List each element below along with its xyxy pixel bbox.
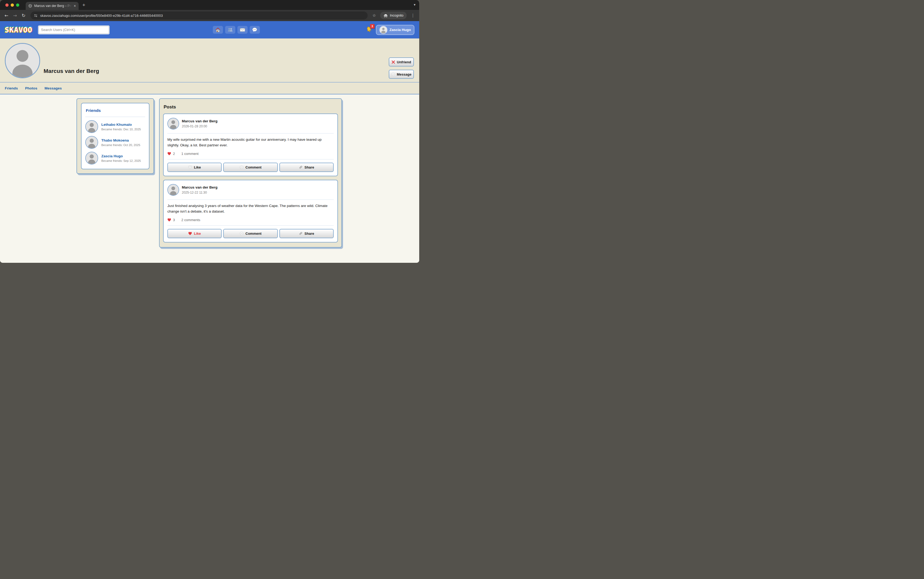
divider — [167, 133, 334, 134]
share-button[interactable]: Share — [279, 163, 334, 172]
like-button[interactable]: Like — [167, 229, 222, 238]
comment-button[interactable]: Comment — [223, 229, 277, 238]
friend-name-link[interactable]: Zascia Hugo — [101, 154, 141, 158]
maximize-window-button[interactable] — [16, 3, 19, 7]
message-button[interactable]: Message — [389, 70, 414, 79]
post-timestamp: 2026-01-28 20:00 — [182, 124, 218, 128]
comment-count[interactable]: 1 comment — [181, 152, 199, 156]
comment-label: Comment — [245, 165, 261, 169]
incognito-badge: Incognito — [380, 12, 407, 19]
post-card: Marcus van der Berg 2026-01-28 20:00 My … — [163, 113, 338, 176]
chat-button[interactable] — [250, 26, 260, 34]
browser-menu-icon[interactable]: ⋮ — [411, 13, 415, 18]
notification-count-badge: 3 — [370, 24, 374, 29]
mail-icon — [240, 28, 245, 32]
traffic-lights — [5, 3, 19, 7]
notifications-button[interactable]: 3 — [366, 26, 372, 34]
avatar — [167, 118, 179, 129]
link-icon — [299, 232, 303, 235]
unfriend-label: Unfriend — [397, 60, 411, 64]
forward-button[interactable]: → — [11, 13, 19, 18]
tab-messages[interactable]: Messages — [45, 86, 62, 90]
like-label: Like — [194, 232, 201, 236]
post-actions: Like Comment — [167, 163, 334, 172]
post-card: Marcus van der Berg 2025-12-22 11:30 Jus… — [163, 180, 338, 242]
heart-outline-icon — [188, 165, 192, 169]
minimize-window-button[interactable] — [11, 3, 14, 7]
bookmark-star-icon[interactable]: ☆ — [373, 13, 376, 18]
avatar — [167, 184, 179, 196]
tab-title: Marcus van der Berg – Profile — [34, 4, 72, 8]
friends-icon — [228, 28, 233, 32]
globe-icon — [28, 4, 32, 8]
incognito-hat-icon — [383, 14, 388, 17]
search-input[interactable] — [38, 26, 109, 34]
divider — [167, 200, 334, 200]
comment-bubble-icon — [240, 232, 244, 235]
current-user-chip[interactable]: Zascia Hugo — [376, 25, 414, 35]
back-button[interactable]: ← — [3, 13, 10, 18]
share-button[interactable]: Share — [279, 229, 334, 238]
heart-icon — [188, 232, 192, 235]
address-bar[interactable]: skavoo.zasciahugo.com/user/profile/550e8… — [31, 11, 368, 20]
friends-button[interactable] — [225, 26, 235, 34]
post-counts: 3 2 comments — [167, 218, 334, 222]
comment-count[interactable]: 2 comments — [181, 218, 200, 222]
avatar — [85, 152, 98, 165]
profile-header: Marcus van der Berg Unfriend Message — [0, 38, 419, 82]
friend-since: Became friends: Dec 10, 2025 — [101, 128, 141, 131]
post-header: Marcus van der Berg 2026-01-28 20:00 — [167, 118, 334, 129]
close-tab-icon[interactable]: × — [74, 4, 76, 8]
message-label: Message — [397, 72, 412, 76]
friend-list-item: Thabo Mokoena Became friends: Oct 20, 20… — [85, 136, 145, 149]
comment-label: Comment — [245, 232, 261, 236]
heart-icon — [167, 218, 171, 222]
url-text: skavoo.zasciahugo.com/user/profile/550e8… — [40, 14, 163, 18]
unfriend-button[interactable]: Unfriend — [389, 57, 414, 67]
close-window-button[interactable] — [5, 3, 8, 7]
like-count: 2 — [173, 152, 175, 156]
mail-button[interactable] — [237, 26, 248, 34]
post-timestamp: 2025-12-22 11:30 — [182, 191, 218, 195]
post-author: Marcus van der Berg — [182, 119, 218, 123]
avatar — [379, 26, 387, 34]
home-icon — [215, 28, 221, 32]
home-button[interactable] — [213, 26, 223, 34]
post-counts: 2 1 comment — [167, 152, 334, 156]
main-content: Friends Lethabo Khumalo Became friends: … — [0, 95, 419, 263]
tab-strip: Marcus van der Berg – Profile × + ▾ — [0, 0, 419, 10]
friend-list-item: Zascia Hugo Became friends: Sep 12, 2025 — [85, 152, 145, 165]
post-author: Marcus van der Berg — [182, 185, 218, 189]
friend-since: Became friends: Sep 12, 2025 — [101, 159, 141, 162]
like-label: Like — [194, 165, 201, 169]
avatar — [85, 136, 98, 149]
like-count: 3 — [173, 218, 175, 222]
friends-panel: Friends Lethabo Khumalo Became friends: … — [77, 98, 154, 174]
site-settings-icon[interactable] — [34, 14, 38, 18]
reload-button[interactable]: ↻ — [20, 13, 27, 18]
friends-card: Friends Lethabo Khumalo Became friends: … — [81, 103, 149, 169]
chat-bubble-icon — [252, 28, 257, 32]
comment-bubble-icon — [240, 165, 244, 169]
tab-photos[interactable]: Photos — [25, 86, 38, 90]
red-cross-icon — [391, 61, 395, 64]
new-tab-button[interactable]: + — [82, 2, 85, 8]
post-text: My wife surprised me with a new Martin a… — [167, 137, 334, 148]
share-label: Share — [305, 232, 314, 236]
profile-avatar — [5, 43, 40, 78]
message-bubble-icon — [391, 73, 395, 76]
posts-panel: Posts Marcus van der Berg 2026-01-28 20:… — [159, 98, 342, 248]
like-button[interactable]: Like — [167, 163, 222, 172]
navbar-icon-row — [213, 26, 260, 34]
post-text: Just finished analysing 3 years of weath… — [167, 203, 334, 214]
app-navbar: SKAVOO — [0, 21, 419, 38]
tab-search-chevron-icon[interactable]: ▾ — [414, 3, 415, 7]
tab-friends[interactable]: Friends — [5, 86, 18, 90]
friend-name-link[interactable]: Lethabo Khumalo — [101, 123, 141, 127]
friend-list-item: Lethabo Khumalo Became friends: Dec 10, … — [85, 120, 145, 133]
friend-since: Became friends: Oct 20, 2025 — [101, 144, 140, 147]
skavoo-logo[interactable]: SKAVOO — [5, 26, 33, 34]
comment-button[interactable]: Comment — [223, 163, 277, 172]
browser-tab[interactable]: Marcus van der Berg – Profile × — [26, 2, 79, 10]
friend-name-link[interactable]: Thabo Mokoena — [101, 138, 140, 142]
